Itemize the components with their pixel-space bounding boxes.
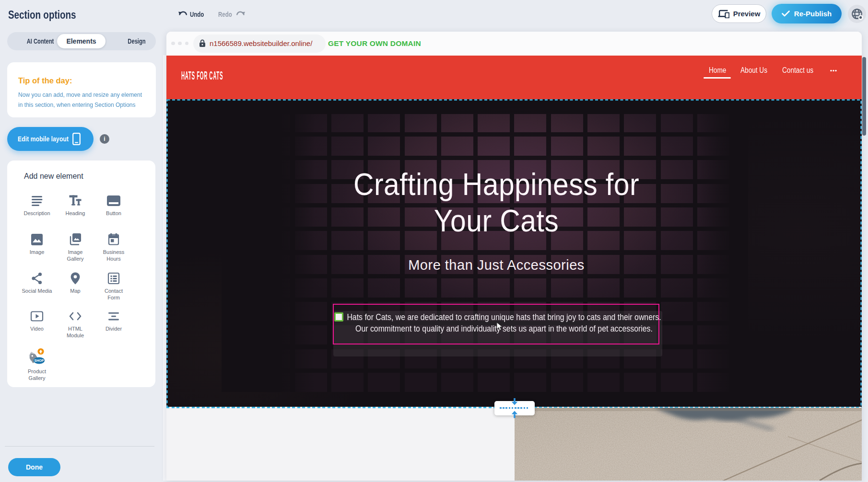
svg-text:SHOP: SHOP bbox=[35, 359, 44, 362]
